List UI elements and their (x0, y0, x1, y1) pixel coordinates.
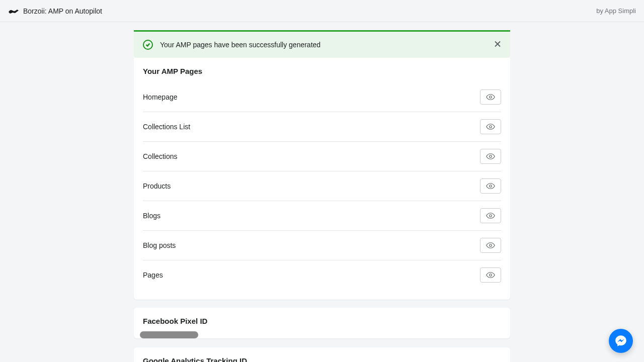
eye-icon (486, 211, 495, 220)
amp-pages-card: Your AMP Pages Homepage Collections List (134, 58, 510, 300)
svg-point-8 (490, 274, 492, 277)
preview-button[interactable] (480, 89, 501, 105)
page-label: Blogs (143, 212, 160, 220)
preview-button[interactable] (480, 267, 501, 283)
svg-point-6 (490, 215, 492, 217)
topbar-left: Borzoii: AMP on Autopilot (8, 7, 102, 16)
page-row-blog-posts: Blog posts (143, 231, 501, 260)
main: Your AMP pages have been successfully ge… (0, 22, 644, 362)
page-row-pages: Pages (143, 260, 501, 290)
svg-point-4 (490, 155, 492, 158)
preview-button[interactable] (480, 208, 501, 223)
amp-pages-list: Homepage Collections List Collections (143, 82, 501, 290)
eye-icon (486, 122, 495, 131)
eye-icon (486, 152, 495, 161)
svg-point-7 (490, 244, 492, 247)
page-row-blogs: Blogs (143, 201, 501, 231)
page-label: Blog posts (143, 241, 176, 249)
messenger-icon (614, 334, 627, 347)
page-label: Collections List (143, 123, 190, 131)
svg-point-5 (490, 185, 492, 188)
borzoii-logo-icon (8, 7, 19, 16)
preview-button[interactable] (480, 178, 501, 194)
eye-icon (486, 241, 495, 250)
eye-icon (486, 93, 495, 102)
page-label: Homepage (143, 93, 178, 101)
eye-icon (486, 182, 495, 191)
container: Your AMP pages have been successfully ge… (134, 30, 510, 362)
facebook-pixel-card: Facebook Pixel ID (134, 308, 510, 338)
app-title: Borzoii: AMP on Autopilot (23, 7, 102, 15)
google-analytics-card: Google Analytics Tracking ID (134, 347, 510, 362)
topbar: Borzoii: AMP on Autopilot by App Simpli (0, 0, 644, 22)
page-row-collections: Collections (143, 142, 501, 171)
preview-button[interactable] (480, 149, 501, 164)
svg-point-3 (490, 126, 492, 128)
page-row-homepage: Homepage (143, 82, 501, 112)
facebook-pixel-title: Facebook Pixel ID (134, 308, 510, 331)
preview-button[interactable] (480, 119, 501, 134)
svg-point-2 (490, 96, 492, 99)
facebook-pixel-input-placeholder[interactable] (140, 331, 198, 338)
banner-close-button[interactable] (492, 39, 503, 51)
success-banner: Your AMP pages have been successfully ge… (134, 30, 510, 58)
google-analytics-title: Google Analytics Tracking ID (134, 347, 510, 362)
banner-message: Your AMP pages have been successfully ge… (160, 41, 320, 49)
by-line: by App Simpli (596, 7, 636, 15)
page-label: Collections (143, 152, 177, 160)
page-row-collections-list: Collections List (143, 112, 501, 142)
check-circle-icon (143, 40, 153, 50)
close-icon (494, 41, 501, 48)
eye-icon (486, 270, 495, 280)
page-label: Pages (143, 271, 163, 279)
messenger-chat-button[interactable] (609, 329, 633, 353)
preview-button[interactable] (480, 238, 501, 253)
amp-pages-title: Your AMP Pages (134, 58, 510, 82)
page-row-products: Products (143, 171, 501, 201)
page-label: Products (143, 182, 171, 190)
